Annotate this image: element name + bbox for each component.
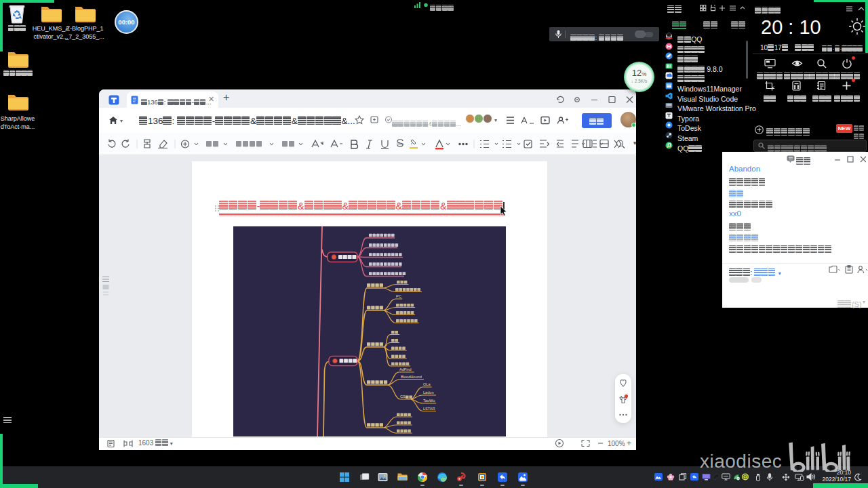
svg-text:LSTAR: LSTAR bbox=[423, 407, 435, 411]
svg-text:OLa: OLa bbox=[423, 382, 431, 386]
svg-text:PC: PC bbox=[396, 294, 401, 298]
svg-text:TaoWu: TaoWu bbox=[423, 399, 435, 403]
svg-text:AdFind: AdFind bbox=[399, 367, 412, 371]
svg-text:CS: CS bbox=[400, 394, 406, 399]
svg-text:BloodHound: BloodHound bbox=[401, 375, 422, 379]
svg-text:100%: 100% bbox=[608, 440, 625, 447]
svg-text:Ladon: Ladon bbox=[423, 390, 434, 394]
